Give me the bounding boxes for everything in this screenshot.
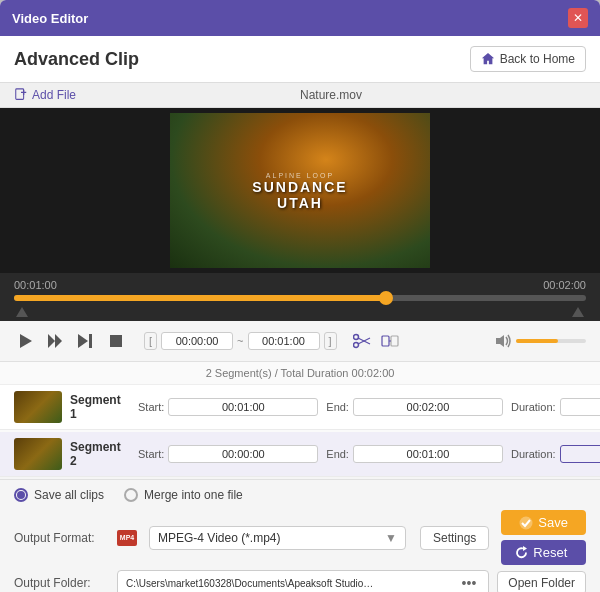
timeline-thumb[interactable] (379, 291, 393, 305)
segment-duration-input[interactable] (560, 445, 600, 463)
end-time-bracket: ] (324, 332, 337, 350)
time-separator: ~ (237, 335, 243, 347)
svg-rect-7 (89, 334, 92, 348)
merge-radio[interactable]: Merge into one file (124, 488, 243, 502)
home-icon (481, 52, 495, 66)
format-icon-text: MP4 (120, 534, 134, 541)
format-select[interactable]: MPEG-4 Video (*.mp4) ▼ (149, 526, 406, 550)
end-label: End: (326, 401, 349, 413)
timeline-right-handle[interactable] (572, 307, 584, 317)
svg-marker-6 (78, 334, 88, 348)
timeline-section: 00:01:00 00:02:00 (0, 273, 600, 321)
add-file-label: Add File (32, 88, 76, 102)
clip-icon (381, 333, 399, 349)
end-time-input[interactable] (248, 332, 320, 350)
start-label: Start: (138, 401, 164, 413)
add-file-icon (14, 88, 28, 102)
save-button[interactable]: Save (501, 510, 586, 535)
save-all-radio[interactable]: Save all clips (14, 488, 104, 502)
timeline-fill (14, 295, 386, 301)
format-label: Output Format: (14, 531, 109, 545)
svg-rect-0 (16, 89, 24, 100)
back-to-home-button[interactable]: Back to Home (470, 46, 586, 72)
segment-label: Segment 2 (70, 440, 130, 468)
dots-button[interactable]: ••• (458, 575, 481, 591)
fast-forward-icon (48, 334, 64, 348)
start-time-input[interactable] (161, 332, 233, 350)
segment-label: Segment 1 (70, 393, 130, 421)
svg-rect-14 (391, 336, 398, 346)
merge-label: Merge into one file (144, 488, 243, 502)
video-preview: ALPINE LOOP SUNDANCE UTAH (0, 108, 600, 273)
save-button-label: Save (538, 515, 568, 530)
timeline-left-handle[interactable] (16, 307, 28, 317)
timeline-handles (14, 307, 586, 317)
trim-icon-2[interactable] (379, 331, 401, 351)
header: Advanced Clip Back to Home (0, 36, 600, 83)
svg-marker-18 (523, 546, 527, 551)
close-button[interactable]: ✕ (568, 8, 588, 28)
svg-rect-8 (110, 335, 122, 347)
segment-end-input[interactable] (353, 445, 503, 463)
segment-row: Segment 2 Start: End: Duration: × ▲ ▼ (0, 432, 600, 477)
save-all-label: Save all clips (34, 488, 104, 502)
start-time-bracket: [ (144, 332, 157, 350)
segment-end-field: End: (326, 445, 503, 463)
volume-bar[interactable] (516, 339, 586, 343)
open-folder-button[interactable]: Open Folder (497, 571, 586, 592)
radio-empty-circle (124, 488, 138, 502)
page-title: Advanced Clip (14, 49, 139, 70)
volume-fill (516, 339, 558, 343)
svg-point-17 (520, 516, 533, 529)
segment-duration-input[interactable] (560, 398, 600, 416)
toolbar: Add File Nature.mov (0, 83, 600, 108)
video-overlay-text: ALPINE LOOP SUNDANCE UTAH (235, 171, 365, 210)
play-button[interactable] (14, 329, 38, 353)
fast-forward-button[interactable] (44, 329, 68, 353)
next-frame-button[interactable] (74, 329, 98, 353)
radio-dot (17, 491, 25, 499)
title-bar: Video Editor ✕ (0, 0, 600, 36)
folder-path: C:\Users\market160328\Documents\Apeaksof… (117, 570, 489, 592)
segment-row: Segment 1 Start: End: Duration: × ▲ ▼ (0, 385, 600, 430)
start-label: Start: (138, 448, 164, 460)
format-icon: MP4 (117, 530, 137, 546)
dropdown-arrow-icon: ▼ (385, 531, 397, 545)
reset-button[interactable]: Reset (501, 540, 586, 565)
segment-end-field: End: (326, 398, 503, 416)
reset-icon (515, 546, 528, 559)
segments-info: 2 Segment(s) / Total Duration 00:02:00 (0, 362, 600, 385)
reset-button-label: Reset (533, 545, 567, 560)
timeline-bar[interactable] (14, 295, 586, 301)
segment-start-input[interactable] (168, 398, 318, 416)
segment-start-input[interactable] (168, 445, 318, 463)
scissors-icon (353, 333, 371, 349)
trim-icon-1[interactable] (351, 331, 373, 351)
segment-duration: Duration: (511, 445, 600, 463)
end-label: End: (326, 448, 349, 460)
segment-end-input[interactable] (353, 398, 503, 416)
svg-marker-16 (496, 335, 504, 347)
back-button-label: Back to Home (500, 52, 575, 66)
video-frame: ALPINE LOOP SUNDANCE UTAH (170, 113, 430, 268)
segment-thumbnail (14, 391, 62, 423)
play-icon (20, 334, 32, 348)
save-check-icon (519, 516, 533, 530)
segment-thumbnail (14, 438, 62, 470)
timeline-start-label: 00:01:00 (14, 279, 57, 291)
next-frame-icon (78, 334, 94, 348)
action-buttons: Save Reset (501, 510, 586, 565)
segment-start-field: Start: (138, 445, 318, 463)
timeline-labels: 00:01:00 00:02:00 (14, 279, 586, 291)
add-file-button[interactable]: Add File (14, 88, 76, 102)
folder-label: Output Folder: (14, 576, 109, 590)
settings-button[interactable]: Settings (420, 526, 489, 550)
svg-marker-3 (20, 334, 32, 348)
video-subtitle: ALPINE LOOP (235, 171, 365, 178)
svg-point-10 (353, 343, 358, 348)
window-title: Video Editor (12, 11, 88, 26)
output-options: Save all clips Merge into one file Outpu… (0, 479, 600, 592)
stop-button[interactable] (104, 329, 128, 353)
svg-marker-4 (48, 334, 55, 348)
segment-start-field: Start: (138, 398, 318, 416)
